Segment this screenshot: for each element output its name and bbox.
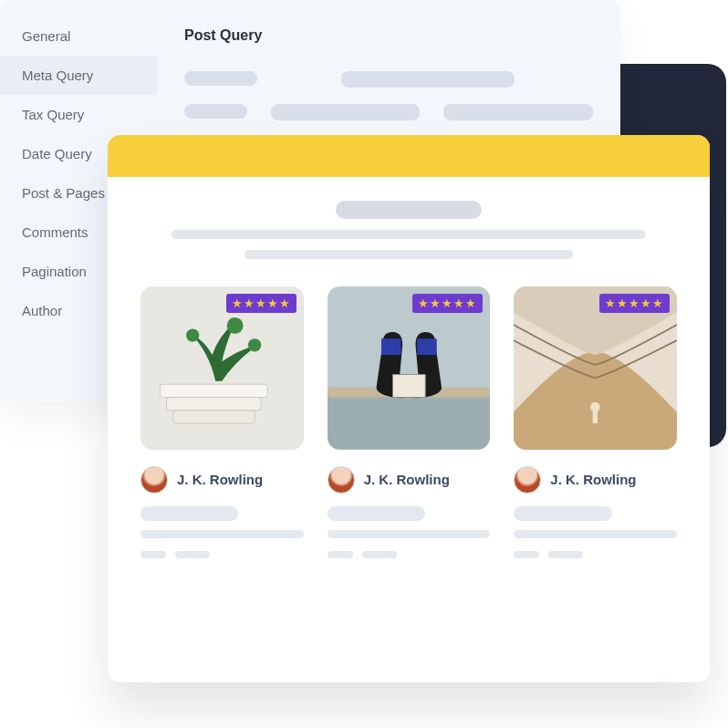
post-card[interactable]: ★★★★★ J. K. Rowling bbox=[328, 286, 491, 558]
sidebar-item-general[interactable]: General bbox=[0, 16, 157, 56]
skeleton bbox=[336, 201, 482, 219]
post-card[interactable]: ★★★★★ J. K. Rowling bbox=[514, 286, 677, 558]
author-avatar bbox=[514, 466, 541, 494]
post-card[interactable]: ★★★★★ J. K. Rowling bbox=[140, 286, 304, 558]
preview-card: ★★★★★ J. K. Rowling bbox=[108, 135, 710, 682]
post-author[interactable]: J. K. Rowling bbox=[140, 466, 304, 494]
author-name: J. K. Rowling bbox=[177, 472, 263, 487]
skeleton bbox=[271, 104, 421, 120]
skeleton bbox=[184, 71, 257, 86]
author-name: J. K. Rowling bbox=[550, 472, 636, 487]
svg-rect-12 bbox=[392, 374, 425, 397]
skeleton bbox=[140, 551, 166, 558]
skeleton bbox=[328, 506, 425, 521]
skeleton-tags bbox=[140, 551, 304, 558]
skeleton bbox=[140, 530, 304, 538]
post-thumbnail: ★★★★★ bbox=[140, 286, 304, 450]
skeleton bbox=[172, 230, 646, 239]
cards-row: ★★★★★ J. K. Rowling bbox=[140, 286, 677, 558]
author-avatar bbox=[328, 466, 355, 494]
author-name: J. K. Rowling bbox=[364, 472, 450, 487]
panel-title: Post Query bbox=[184, 27, 593, 44]
skeleton bbox=[443, 104, 593, 120]
preview-header-bar bbox=[108, 135, 710, 177]
skeleton bbox=[140, 506, 238, 521]
preview-body: ★★★★★ J. K. Rowling bbox=[108, 177, 710, 582]
svg-point-4 bbox=[186, 328, 199, 341]
svg-rect-11 bbox=[417, 338, 436, 355]
svg-rect-3 bbox=[173, 411, 255, 423]
author-avatar bbox=[140, 466, 168, 494]
skeleton bbox=[514, 530, 677, 538]
post-author[interactable]: J. K. Rowling bbox=[328, 466, 491, 494]
sidebar-item-meta-query[interactable]: Meta Query bbox=[0, 56, 157, 95]
post-thumbnail: ★★★★★ bbox=[328, 286, 491, 450]
rating-badge: ★★★★★ bbox=[412, 294, 483, 313]
rating-badge: ★★★★★ bbox=[599, 294, 670, 313]
post-thumbnail: ★★★★★ bbox=[514, 286, 677, 450]
skeleton bbox=[362, 551, 397, 558]
svg-point-5 bbox=[227, 317, 244, 334]
skeleton bbox=[328, 551, 353, 558]
rating-badge: ★★★★★ bbox=[226, 294, 296, 313]
skeleton bbox=[328, 530, 491, 538]
skeleton bbox=[548, 551, 583, 558]
skeleton bbox=[514, 551, 539, 558]
hero-skeleton bbox=[140, 201, 677, 259]
svg-rect-10 bbox=[381, 338, 400, 355]
sidebar-item-tax-query[interactable]: Tax Query bbox=[0, 95, 157, 134]
skeleton-tags bbox=[328, 551, 491, 558]
skeleton bbox=[244, 250, 573, 259]
skeleton bbox=[184, 104, 247, 119]
svg-point-6 bbox=[248, 338, 261, 351]
skeleton-tags bbox=[514, 551, 677, 558]
svg-rect-1 bbox=[160, 384, 267, 397]
skeleton bbox=[514, 506, 611, 521]
svg-rect-2 bbox=[167, 397, 262, 410]
skeleton bbox=[175, 551, 210, 558]
svg-rect-15 bbox=[593, 411, 598, 423]
skeleton bbox=[341, 71, 515, 88]
post-author[interactable]: J. K. Rowling bbox=[514, 466, 677, 494]
